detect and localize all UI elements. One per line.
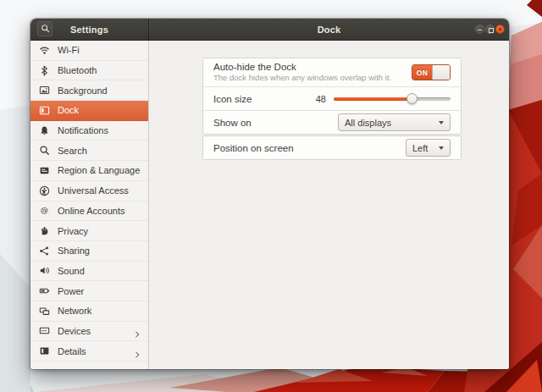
autohide-text: Auto-hide the Dock The dock hides when a… xyxy=(213,62,412,83)
window-title-settings: Settings xyxy=(70,25,108,35)
wifi-icon xyxy=(38,44,50,56)
titlebar-sidebar-section: Settings xyxy=(30,19,149,40)
desktop: Settings Dock Wi-FiBluetoothBackgroundDo… xyxy=(0,0,542,392)
sidebar-item-label: Online Accounts xyxy=(58,206,141,216)
online-accounts-icon: @ xyxy=(38,205,50,217)
sidebar-item-sound[interactable]: Sound xyxy=(30,262,148,282)
sidebar-item-power[interactable]: Power xyxy=(30,281,148,301)
chevron-right-icon xyxy=(133,347,141,356)
minimize-button[interactable] xyxy=(475,25,484,34)
slider-fill xyxy=(334,97,412,101)
sidebar-item-label: Network xyxy=(58,306,141,316)
search-button[interactable] xyxy=(37,21,53,36)
power-icon xyxy=(38,285,50,297)
dropdown-arrow-icon xyxy=(439,121,444,124)
setting-row-position: Position on screen Left xyxy=(203,136,461,159)
sidebar-item-label: Universal Access xyxy=(58,185,141,196)
show-on-label: Show on xyxy=(213,118,338,128)
sidebar-item-search[interactable]: Search xyxy=(30,141,148,161)
devices-icon xyxy=(38,325,50,337)
setting-row-show-on: Show on All displays xyxy=(203,110,461,134)
position-label: Position on screen xyxy=(213,143,406,153)
sidebar-item-label: Notifications xyxy=(58,125,141,135)
sidebar-item-dock[interactable]: Dock xyxy=(30,101,148,121)
sidebar-item-label: Background xyxy=(58,86,141,96)
sidebar-item-privacy[interactable]: Privacy xyxy=(30,221,148,241)
icon-size-slider[interactable] xyxy=(334,97,451,101)
network-icon xyxy=(38,305,50,317)
dropdown-arrow-icon xyxy=(439,146,444,150)
dock-settings-panel: Auto-hide the Dock The dock hides when a… xyxy=(149,41,509,369)
sidebar-item-background[interactable]: Background xyxy=(30,80,148,101)
sidebar-item-label: Sound xyxy=(58,266,141,276)
sidebar-item-label: Power xyxy=(58,286,141,296)
position-value: Left xyxy=(412,143,432,153)
sidebar-item-wi-fi[interactable]: Wi-Fi xyxy=(30,41,148,61)
titlebar-panel-section: Dock xyxy=(149,19,509,40)
privacy-icon xyxy=(38,225,50,237)
sidebar-item-label: Dock xyxy=(58,105,141,115)
icon-size-label: Icon size xyxy=(213,94,316,104)
window-body: Wi-FiBluetoothBackgroundDockNotification… xyxy=(30,41,509,369)
show-on-value: All displays xyxy=(345,118,432,128)
settings-window: Settings Dock Wi-FiBluetoothBackgroundDo… xyxy=(30,19,509,369)
sound-icon xyxy=(38,265,50,277)
notifications-icon xyxy=(38,124,50,136)
sidebar-item-details[interactable]: Details xyxy=(30,341,148,362)
sidebar-item-label: Details xyxy=(58,346,133,356)
setting-row-icon-size: Icon size 48 xyxy=(203,86,461,110)
search-icon xyxy=(41,21,50,36)
svg-text:@: @ xyxy=(40,206,47,215)
background-icon xyxy=(38,85,50,97)
titlebar: Settings Dock xyxy=(30,19,509,41)
icon-size-value: 48 xyxy=(316,94,326,104)
toggle-on-label: ON xyxy=(412,65,432,80)
sidebar-item-label: Bluetooth xyxy=(58,65,141,75)
position-card: Position on screen Left xyxy=(202,135,462,160)
universal-access-icon xyxy=(38,185,50,196)
sidebar-item-label: Search xyxy=(58,146,141,156)
panel-title: Dock xyxy=(318,25,341,35)
sidebar-item-online-accounts[interactable]: @Online Accounts xyxy=(30,202,148,222)
sidebar-item-label: Wi-Fi xyxy=(58,45,141,55)
bluetooth-icon xyxy=(38,64,50,76)
sidebar-item-label: Devices xyxy=(58,326,133,336)
show-on-dropdown[interactable]: All displays xyxy=(338,113,451,131)
sidebar-item-notifications[interactable]: Notifications xyxy=(30,121,148,141)
sidebar-item-network[interactable]: Network xyxy=(30,301,148,322)
sidebar-item-label: Privacy xyxy=(58,226,141,236)
sidebar-item-devices[interactable]: Devices xyxy=(30,322,148,342)
close-button[interactable] xyxy=(495,25,505,34)
position-dropdown[interactable]: Left xyxy=(406,139,451,157)
details-icon xyxy=(38,345,50,357)
toggle-knob[interactable] xyxy=(432,65,450,80)
sidebar-item-region-language[interactable]: Region & Language xyxy=(30,161,148,181)
search-icon xyxy=(38,145,50,157)
sidebar-item-universal-access[interactable]: Universal Access xyxy=(30,181,148,202)
dock-settings-card: Auto-hide the Dock The dock hides when a… xyxy=(202,58,462,135)
autohide-toggle[interactable]: ON xyxy=(412,64,451,80)
maximize-button[interactable] xyxy=(485,25,495,34)
autohide-subtitle: The dock hides when any windows overlap … xyxy=(213,74,412,83)
slider-handle[interactable] xyxy=(406,93,418,104)
autohide-title: Auto-hide the Dock xyxy=(213,62,412,73)
sidebar-item-label: Region & Language xyxy=(58,165,141,175)
dock-icon xyxy=(38,104,50,116)
window-controls xyxy=(475,19,505,40)
sidebar-item-sharing[interactable]: Sharing xyxy=(30,241,148,262)
sidebar-item-bluetooth[interactable]: Bluetooth xyxy=(30,61,148,81)
chevron-right-icon xyxy=(133,327,141,335)
sharing-icon xyxy=(38,245,50,257)
sidebar-item-label: Sharing xyxy=(58,246,141,256)
icon-size-slider-group: 48 xyxy=(316,94,451,104)
setting-row-autohide: Auto-hide the Dock The dock hides when a… xyxy=(203,58,461,86)
sidebar: Wi-FiBluetoothBackgroundDockNotification… xyxy=(30,41,149,369)
region-icon xyxy=(38,164,50,176)
